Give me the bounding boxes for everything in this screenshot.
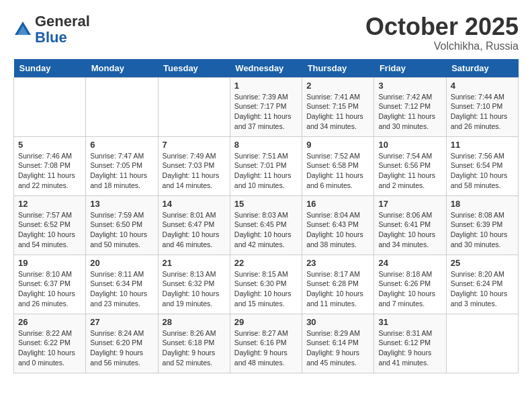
calendar-cell: 10Sunrise: 7:54 AM Sunset: 6:56 PM Dayli…: [374, 136, 446, 195]
logo: General Blue: [13, 13, 90, 46]
day-number: 31: [378, 317, 441, 327]
calendar-cell: 30Sunrise: 8:29 AM Sunset: 6:14 PM Dayli…: [302, 314, 374, 373]
day-info: Sunrise: 8:24 AM Sunset: 6:20 PM Dayligh…: [90, 328, 153, 368]
calendar-cell: 14Sunrise: 8:01 AM Sunset: 6:47 PM Dayli…: [158, 195, 230, 255]
day-number: 29: [234, 317, 298, 327]
day-number: 21: [163, 258, 226, 268]
calendar-cell: 12Sunrise: 7:57 AM Sunset: 6:52 PM Dayli…: [14, 195, 86, 255]
day-info: Sunrise: 8:10 AM Sunset: 6:37 PM Dayligh…: [18, 269, 81, 309]
day-number: 9: [306, 140, 369, 150]
logo-icon: [13, 20, 32, 39]
calendar-cell: 6Sunrise: 7:47 AM Sunset: 7:05 PM Daylig…: [86, 136, 158, 195]
calendar-cell: 20Sunrise: 8:11 AM Sunset: 6:34 PM Dayli…: [86, 255, 158, 314]
day-info: Sunrise: 8:31 AM Sunset: 6:12 PM Dayligh…: [378, 328, 441, 368]
day-info: Sunrise: 8:20 AM Sunset: 6:24 PM Dayligh…: [451, 269, 514, 309]
calendar-cell: 7Sunrise: 7:49 AM Sunset: 7:03 PM Daylig…: [158, 136, 230, 195]
weekday-header-wednesday: Wednesday: [230, 59, 302, 78]
calendar-cell: 15Sunrise: 8:03 AM Sunset: 6:45 PM Dayli…: [230, 195, 302, 255]
day-info: Sunrise: 7:59 AM Sunset: 6:50 PM Dayligh…: [90, 210, 153, 250]
calendar-cell: 8Sunrise: 7:51 AM Sunset: 7:01 PM Daylig…: [230, 136, 302, 195]
day-number: 12: [18, 199, 81, 209]
day-info: Sunrise: 7:51 AM Sunset: 7:01 PM Dayligh…: [234, 151, 298, 191]
calendar-cell: 13Sunrise: 7:59 AM Sunset: 6:50 PM Dayli…: [86, 195, 158, 255]
calendar-cell: [158, 77, 230, 136]
calendar-cell: 29Sunrise: 8:27 AM Sunset: 6:16 PM Dayli…: [230, 314, 302, 373]
day-number: 14: [163, 199, 226, 209]
day-number: 6: [90, 140, 153, 150]
calendar-week-row: 19Sunrise: 8:10 AM Sunset: 6:37 PM Dayli…: [14, 255, 519, 314]
calendar-cell: 24Sunrise: 8:18 AM Sunset: 6:26 PM Dayli…: [374, 255, 446, 314]
calendar-cell: 17Sunrise: 8:06 AM Sunset: 6:41 PM Dayli…: [374, 195, 446, 255]
calendar-cell: 2Sunrise: 7:41 AM Sunset: 7:15 PM Daylig…: [302, 77, 374, 136]
day-number: 19: [18, 258, 81, 268]
day-number: 26: [18, 317, 81, 327]
calendar-cell: 5Sunrise: 7:46 AM Sunset: 7:08 PM Daylig…: [14, 136, 86, 195]
day-number: 15: [234, 199, 298, 209]
day-info: Sunrise: 8:06 AM Sunset: 6:41 PM Dayligh…: [378, 210, 441, 250]
day-number: 3: [378, 81, 441, 91]
calendar-body: 1Sunrise: 7:39 AM Sunset: 7:17 PM Daylig…: [14, 77, 519, 373]
day-info: Sunrise: 7:41 AM Sunset: 7:15 PM Dayligh…: [306, 92, 369, 132]
calendar-cell: 18Sunrise: 8:08 AM Sunset: 6:39 PM Dayli…: [446, 195, 518, 255]
calendar-cell: 11Sunrise: 7:56 AM Sunset: 6:54 PM Dayli…: [446, 136, 518, 195]
day-info: Sunrise: 7:47 AM Sunset: 7:05 PM Dayligh…: [90, 151, 153, 191]
calendar-header: SundayMondayTuesdayWednesdayThursdayFrid…: [14, 59, 519, 78]
day-number: 10: [378, 140, 441, 150]
day-number: 18: [451, 199, 514, 209]
day-info: Sunrise: 8:13 AM Sunset: 6:32 PM Dayligh…: [163, 269, 226, 309]
day-info: Sunrise: 7:54 AM Sunset: 6:56 PM Dayligh…: [378, 151, 441, 191]
day-number: 27: [90, 317, 153, 327]
calendar-cell: 21Sunrise: 8:13 AM Sunset: 6:32 PM Dayli…: [158, 255, 230, 314]
day-number: 4: [451, 81, 514, 91]
calendar-cell: 9Sunrise: 7:52 AM Sunset: 6:58 PM Daylig…: [302, 136, 374, 195]
day-number: 5: [18, 140, 81, 150]
calendar-cell: 4Sunrise: 7:44 AM Sunset: 7:10 PM Daylig…: [446, 77, 518, 136]
day-info: Sunrise: 7:46 AM Sunset: 7:08 PM Dayligh…: [18, 151, 81, 191]
day-number: 8: [234, 140, 298, 150]
calendar-table: SundayMondayTuesdayWednesdayThursdayFrid…: [13, 59, 519, 373]
calendar-week-row: 26Sunrise: 8:22 AM Sunset: 6:22 PM Dayli…: [14, 314, 519, 373]
day-info: Sunrise: 7:57 AM Sunset: 6:52 PM Dayligh…: [18, 210, 81, 250]
calendar-cell: [86, 77, 158, 136]
day-info: Sunrise: 8:04 AM Sunset: 6:43 PM Dayligh…: [306, 210, 369, 250]
calendar-cell: 3Sunrise: 7:42 AM Sunset: 7:12 PM Daylig…: [374, 77, 446, 136]
weekday-header-sunday: Sunday: [14, 59, 86, 78]
day-info: Sunrise: 8:18 AM Sunset: 6:26 PM Dayligh…: [378, 269, 441, 309]
day-info: Sunrise: 8:29 AM Sunset: 6:14 PM Dayligh…: [306, 328, 369, 368]
day-number: 2: [306, 81, 369, 91]
calendar-cell: 1Sunrise: 7:39 AM Sunset: 7:17 PM Daylig…: [230, 77, 302, 136]
day-number: 24: [378, 258, 441, 268]
day-info: Sunrise: 8:15 AM Sunset: 6:30 PM Dayligh…: [234, 269, 298, 309]
day-number: 17: [378, 199, 441, 209]
day-number: 25: [451, 258, 514, 268]
day-number: 23: [306, 258, 369, 268]
day-number: 13: [90, 199, 153, 209]
day-info: Sunrise: 8:22 AM Sunset: 6:22 PM Dayligh…: [18, 328, 81, 368]
logo-blue-text: Blue: [35, 30, 90, 46]
weekday-header-row: SundayMondayTuesdayWednesdayThursdayFrid…: [14, 59, 519, 78]
day-info: Sunrise: 8:26 AM Sunset: 6:18 PM Dayligh…: [163, 328, 226, 368]
calendar-cell: [446, 314, 518, 373]
calendar-cell: 25Sunrise: 8:20 AM Sunset: 6:24 PM Dayli…: [446, 255, 518, 314]
day-number: 22: [234, 258, 298, 268]
calendar-cell: 28Sunrise: 8:26 AM Sunset: 6:18 PM Dayli…: [158, 314, 230, 373]
location-subtitle: Volchikha, Russia: [365, 40, 519, 52]
day-info: Sunrise: 8:27 AM Sunset: 6:16 PM Dayligh…: [234, 328, 298, 368]
calendar-week-row: 5Sunrise: 7:46 AM Sunset: 7:08 PM Daylig…: [14, 136, 519, 195]
day-number: 30: [306, 317, 369, 327]
calendar-cell: 22Sunrise: 8:15 AM Sunset: 6:30 PM Dayli…: [230, 255, 302, 314]
weekday-header-friday: Friday: [374, 59, 446, 78]
day-info: Sunrise: 7:52 AM Sunset: 6:58 PM Dayligh…: [306, 151, 369, 191]
weekday-header-monday: Monday: [86, 59, 158, 78]
calendar-cell: 31Sunrise: 8:31 AM Sunset: 6:12 PM Dayli…: [374, 314, 446, 373]
calendar-week-row: 1Sunrise: 7:39 AM Sunset: 7:17 PM Daylig…: [14, 77, 519, 136]
day-number: 11: [451, 140, 514, 150]
logo-general-text: General: [35, 13, 90, 30]
day-number: 7: [163, 140, 226, 150]
calendar-cell: 16Sunrise: 8:04 AM Sunset: 6:43 PM Dayli…: [302, 195, 374, 255]
title-block: October 2025 Volchikha, Russia: [365, 13, 519, 52]
weekday-header-tuesday: Tuesday: [158, 59, 230, 78]
day-number: 28: [163, 317, 226, 327]
day-number: 1: [234, 81, 298, 91]
day-info: Sunrise: 7:44 AM Sunset: 7:10 PM Dayligh…: [451, 92, 514, 132]
